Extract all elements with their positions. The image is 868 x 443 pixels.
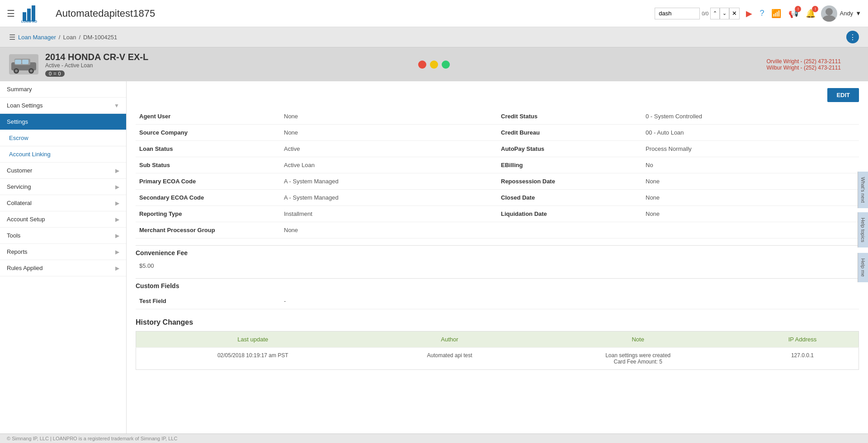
megaphone-badge: ! — [795, 6, 801, 12]
custom-fields-divider — [136, 278, 859, 279]
sidebar-item-rules-applied[interactable]: Rules Applied ▶ — [0, 260, 126, 276]
field-label2: EBilling — [497, 157, 642, 173]
field-label2: Credit Bureau — [497, 125, 642, 141]
field-value: A - System Managed — [280, 190, 497, 206]
search-close-button[interactable]: ✕ — [729, 8, 740, 19]
custom-field-label: Test Field — [136, 293, 280, 309]
field-value2: None — [642, 206, 859, 222]
svg-point-12 — [30, 70, 33, 72]
field-label: Loan Status — [136, 141, 280, 157]
field-label2: Repossession Date — [497, 173, 642, 190]
main-layout: Summary Loan Settings ▼ Settings Escrow … — [0, 81, 868, 443]
sidebar-item-reports[interactable]: Reports ▶ — [0, 244, 126, 260]
search-bar: 0/0 ⌃ ⌄ ✕ — [655, 8, 740, 19]
sidebar-item-settings[interactable]: Settings — [0, 114, 126, 130]
megaphone-icon-button[interactable]: 📢 ! — [787, 7, 800, 20]
breadcrumb-loan-manager[interactable]: Loan Manager — [18, 34, 56, 41]
custom-field-value: - — [280, 293, 497, 309]
help-icon-button[interactable]: ? — [758, 7, 766, 20]
user-dropdown-icon: ▼ — [855, 10, 861, 17]
field-label: Secondary ECOA Code — [136, 190, 280, 206]
settings-table: Agent User None Credit Status 0 - System… — [136, 108, 859, 238]
sidebar-item-summary[interactable]: Summary — [0, 81, 126, 98]
table-row: Loan Status Active AutoPay Status Proces… — [136, 141, 859, 157]
loan-status-dots — [418, 61, 450, 69]
field-value2: 00 - Auto Loan — [642, 125, 859, 141]
app-title: Automatedapitest1875 — [56, 8, 655, 19]
table-row: Source Company None Credit Bureau 00 - A… — [136, 125, 859, 141]
youtube-icon-button[interactable]: ▶ — [744, 7, 754, 20]
field-label: Source Company — [136, 125, 280, 141]
user-menu[interactable]: Andy ▼ — [821, 5, 861, 22]
chevron-right-icon: ▶ — [115, 184, 119, 190]
field-value: Active Loan — [280, 157, 497, 173]
content-area: EDIT Agent User None Credit Status 0 - S… — [127, 81, 868, 443]
help-topics-tab[interactable]: Help topics — [858, 212, 868, 247]
custom-fields-title: Custom Fields — [136, 282, 859, 289]
chevron-right-icon: ▶ — [115, 216, 119, 223]
table-row: Reporting Type Installment Liquidation D… — [136, 206, 859, 222]
table-row: Agent User None Credit Status 0 - System… — [136, 108, 859, 125]
breadcrumb-options-button[interactable]: ⋮ — [846, 31, 859, 43]
svg-rect-14 — [22, 60, 28, 64]
loan-badges: 0 = 0 — [45, 70, 148, 77]
sidebar-item-customer[interactable]: Customer ▶ — [0, 163, 126, 179]
hamburger-icon[interactable]: ☰ — [7, 8, 15, 19]
avatar — [821, 5, 837, 22]
sidebar-item-escrow[interactable]: Escrow — [0, 130, 126, 146]
field-value2: None — [642, 173, 859, 190]
table-row: Merchant Processor Group None — [136, 222, 859, 238]
dot-yellow — [430, 61, 438, 69]
field-label: Merchant Processor Group — [136, 222, 280, 238]
history-last-update: 02/05/2018 10:19:17 am PST — [136, 348, 370, 370]
contact-2[interactable]: Wilbur Wright - (252) 473-2111 — [766, 65, 841, 71]
field-label: Primary ECOA Code — [136, 173, 280, 190]
field-label2: Credit Status — [497, 108, 642, 125]
custom-fields-table: Test Field - — [136, 293, 859, 309]
whats-next-tab[interactable]: What's next — [858, 172, 868, 208]
sidebar-item-account-setup[interactable]: Account Setup ▶ — [0, 211, 126, 228]
footer: © Simnang IP, LLC | LOANPRO is a registe… — [0, 434, 868, 443]
field-label2: AutoPay Status — [497, 141, 642, 157]
search-next-button[interactable]: ⌄ — [720, 8, 729, 19]
breadcrumb-sep2: / — [79, 34, 80, 41]
field-value2: Process Normally — [642, 141, 859, 157]
field-value2: No — [642, 157, 859, 173]
search-input[interactable] — [655, 8, 700, 19]
breadcrumb-sep1: / — [59, 34, 61, 41]
loan-header: 2014 HONDA CR-V EX-L Active - Active Loa… — [0, 47, 868, 81]
breadcrumb-bar: ☰ Loan Manager / Loan / DM-1004251 ⋮ — [0, 27, 868, 47]
svg-point-6 — [823, 15, 835, 22]
search-prev-button[interactable]: ⌃ — [710, 8, 720, 19]
history-title: History Changes — [136, 318, 859, 326]
contact-1[interactable]: Orville Wright - (252) 473-2111 — [766, 58, 841, 65]
convenience-fee-value: $5.00 — [136, 260, 859, 271]
user-name: Andy — [840, 10, 853, 17]
loan-contacts: Orville Wright - (252) 473-2111 Wilbur W… — [766, 58, 841, 71]
field-label: Sub Status — [136, 157, 280, 173]
chevron-right-icon: ▶ — [115, 249, 119, 255]
edit-button[interactable]: EDIT — [827, 88, 859, 102]
logo: LOANPRO SOFTWARE — [20, 3, 47, 23]
chevron-right-icon: ▶ — [115, 200, 119, 206]
dot-green — [442, 61, 450, 69]
history-ip: 127.0.0.1 — [746, 348, 859, 370]
svg-rect-2 — [32, 5, 35, 21]
sidebar-item-collateral[interactable]: Collateral ▶ — [0, 195, 126, 211]
breadcrumb-menu-icon[interactable]: ☰ — [9, 33, 15, 42]
table-row: Primary ECOA Code A - System Managed Rep… — [136, 173, 859, 190]
field-value: None — [280, 108, 497, 125]
sidebar-item-servicing[interactable]: Servicing ▶ — [0, 179, 126, 195]
sidebar-item-tools[interactable]: Tools ▶ — [0, 228, 126, 244]
field-value: None — [280, 222, 497, 238]
signal-icon-button[interactable]: 📶 — [769, 7, 783, 20]
bell-icon-button[interactable]: 🔔 ! — [804, 7, 817, 20]
navbar: ☰ LOANPRO SOFTWARE Automatedapitest1875 … — [0, 0, 868, 27]
help-me-tab[interactable]: Help me — [858, 253, 868, 282]
field-label: Agent User — [136, 108, 280, 125]
table-row: Secondary ECOA Code A - System Managed C… — [136, 190, 859, 206]
table-row: Sub Status Active Loan EBilling No — [136, 157, 859, 173]
sidebar-item-account-linking[interactable]: Account Linking — [0, 146, 126, 163]
breadcrumb-loan: Loan — [63, 34, 76, 41]
sidebar-item-loan-settings[interactable]: Loan Settings ▼ — [0, 98, 126, 114]
